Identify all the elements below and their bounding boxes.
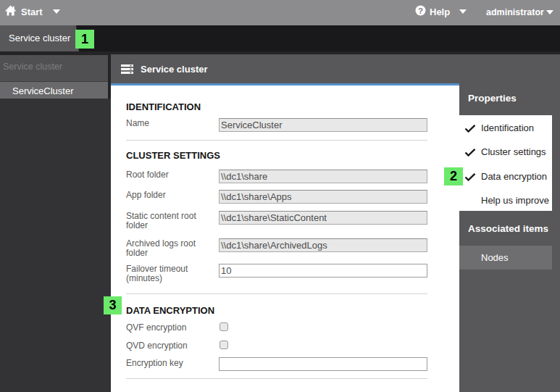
- svg-text:?: ?: [418, 7, 423, 15]
